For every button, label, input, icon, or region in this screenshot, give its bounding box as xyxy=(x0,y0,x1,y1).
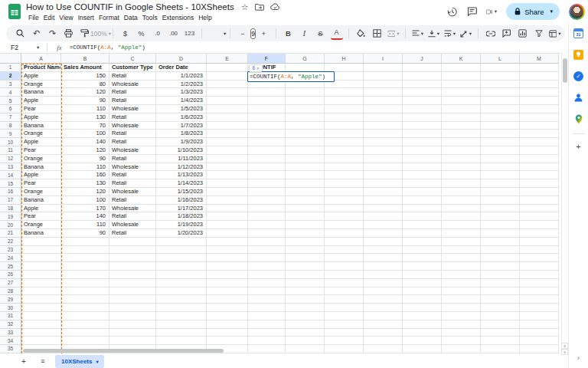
cell-J21[interactable] xyxy=(403,229,442,238)
cell-A20[interactable]: Orange xyxy=(21,221,61,229)
row-header-10[interactable]: 10 xyxy=(0,138,21,146)
cell-G14[interactable] xyxy=(286,171,325,179)
row-header-3[interactable]: 3 xyxy=(0,80,21,89)
cell-C32[interactable] xyxy=(109,320,156,329)
cell-L29[interactable] xyxy=(481,295,520,304)
bold-button[interactable]: B xyxy=(283,27,295,40)
cell-B7[interactable]: 130 xyxy=(61,113,109,122)
row-header-32[interactable]: 32 xyxy=(0,320,21,329)
row-header-8[interactable]: 8 xyxy=(0,122,21,130)
cell-I4[interactable] xyxy=(364,88,403,97)
cell-A1[interactable]: Product Name xyxy=(21,64,61,72)
cell-E9[interactable] xyxy=(207,130,248,138)
cell-B21[interactable]: 90 xyxy=(61,229,109,238)
cell-B29[interactable] xyxy=(61,295,109,304)
row-header-20[interactable]: 20 xyxy=(0,221,21,229)
cell-E1[interactable] xyxy=(207,64,248,72)
row-header-17[interactable]: 17 xyxy=(0,196,21,205)
cell-G28[interactable] xyxy=(286,288,325,296)
cell-M11[interactable] xyxy=(520,146,559,155)
cell-M1[interactable] xyxy=(520,64,559,72)
row-header-22[interactable]: 22 xyxy=(0,238,21,246)
insert-chart-icon[interactable] xyxy=(517,27,529,40)
cell-D8[interactable]: 1/7/2023 xyxy=(156,122,207,130)
decrease-font-size-button[interactable]: − xyxy=(237,27,249,40)
cell-B31[interactable] xyxy=(61,312,109,320)
row-header-35[interactable]: 35 xyxy=(0,345,21,353)
font-select-caret-icon[interactable]: ▾ xyxy=(224,31,226,37)
cell-B12[interactable]: 90 xyxy=(61,155,109,163)
cell-K1[interactable] xyxy=(442,64,481,72)
font-size-input[interactable]: 9 xyxy=(250,28,256,39)
cell-L32[interactable] xyxy=(481,320,520,329)
vertical-scrollbar-track[interactable] xyxy=(561,54,568,354)
cell-B2[interactable]: 150 xyxy=(61,72,109,80)
cell-H13[interactable] xyxy=(325,163,364,172)
cell-A30[interactable] xyxy=(21,304,61,312)
cell-A27[interactable] xyxy=(21,279,61,288)
cell-I5[interactable] xyxy=(364,97,403,105)
add-sheet-button[interactable]: + xyxy=(18,356,29,366)
cell-A7[interactable]: Apple xyxy=(21,113,61,122)
cell-K31[interactable] xyxy=(442,312,481,320)
cell-J33[interactable] xyxy=(403,329,442,337)
row-header-26[interactable]: 26 xyxy=(0,271,21,279)
cell-L23[interactable] xyxy=(481,246,520,255)
star-icon[interactable]: ☆ xyxy=(241,3,249,12)
cell-J14[interactable] xyxy=(403,171,442,179)
cell-D6[interactable]: 1/5/2023 xyxy=(156,105,207,113)
cell-M31[interactable] xyxy=(520,312,559,320)
cell-C26[interactable] xyxy=(109,271,156,279)
cell-C19[interactable]: Retail xyxy=(109,212,156,221)
cell-D30[interactable] xyxy=(156,304,207,312)
cell-M6[interactable] xyxy=(520,105,559,113)
cell-K33[interactable] xyxy=(442,329,481,337)
cell-K17[interactable] xyxy=(442,196,481,205)
cell-I16[interactable] xyxy=(364,188,403,196)
cell-D27[interactable] xyxy=(156,279,207,288)
text-wrap-icon[interactable]: ▾ xyxy=(444,27,456,40)
cell-F26[interactable] xyxy=(248,271,286,279)
cell-D1[interactable]: Order Date xyxy=(156,64,207,72)
meet-video-icon[interactable]: ▾ xyxy=(486,6,497,17)
row-header-16[interactable]: 16 xyxy=(0,188,21,196)
cell-E23[interactable] xyxy=(207,246,248,255)
cell-L6[interactable] xyxy=(481,105,520,113)
cell-C25[interactable] xyxy=(109,262,156,271)
cell-M3[interactable] xyxy=(520,80,559,89)
cell-G30[interactable] xyxy=(286,304,325,312)
cell-L21[interactable] xyxy=(481,229,520,238)
cell-C12[interactable]: Retail xyxy=(109,155,156,163)
cell-I6[interactable] xyxy=(364,105,403,113)
cell-E26[interactable] xyxy=(207,271,248,279)
cell-A4[interactable]: Banana xyxy=(21,88,61,97)
cell-C13[interactable]: Wholesale xyxy=(109,163,156,172)
column-header-F[interactable]: F xyxy=(248,54,286,64)
menu-extensions[interactable]: Extensions xyxy=(160,13,197,22)
cell-H4[interactable] xyxy=(325,88,364,97)
column-header-C[interactable]: C xyxy=(109,54,156,64)
sheet-tab-caret-icon[interactable]: ▾ xyxy=(96,359,98,364)
cell-J34[interactable] xyxy=(403,337,442,345)
cell-H31[interactable] xyxy=(325,312,364,320)
cell-I20[interactable] xyxy=(364,221,403,229)
cell-E21[interactable] xyxy=(207,229,248,238)
cell-D15[interactable]: 1/14/2023 xyxy=(156,179,207,188)
cell-H35[interactable] xyxy=(325,345,364,353)
cell-B4[interactable]: 120 xyxy=(61,88,109,97)
cell-L8[interactable] xyxy=(481,122,520,130)
cell-E28[interactable] xyxy=(207,288,248,296)
cell-H18[interactable] xyxy=(325,205,364,213)
row-header-4[interactable]: 4 xyxy=(0,88,21,97)
cell-G7[interactable] xyxy=(286,113,325,122)
cell-L26[interactable] xyxy=(481,271,520,279)
formula-input[interactable]: =COUNTIF(A:A, "Apple") xyxy=(70,44,145,51)
cell-I21[interactable] xyxy=(364,229,403,238)
cell-G29[interactable] xyxy=(286,295,325,304)
cell-D25[interactable] xyxy=(156,262,207,271)
cell-A28[interactable] xyxy=(21,288,61,296)
cell-E24[interactable] xyxy=(207,254,248,262)
cell-F11[interactable] xyxy=(248,146,286,155)
cell-I25[interactable] xyxy=(364,262,403,271)
cell-A11[interactable]: Pear xyxy=(21,146,61,155)
